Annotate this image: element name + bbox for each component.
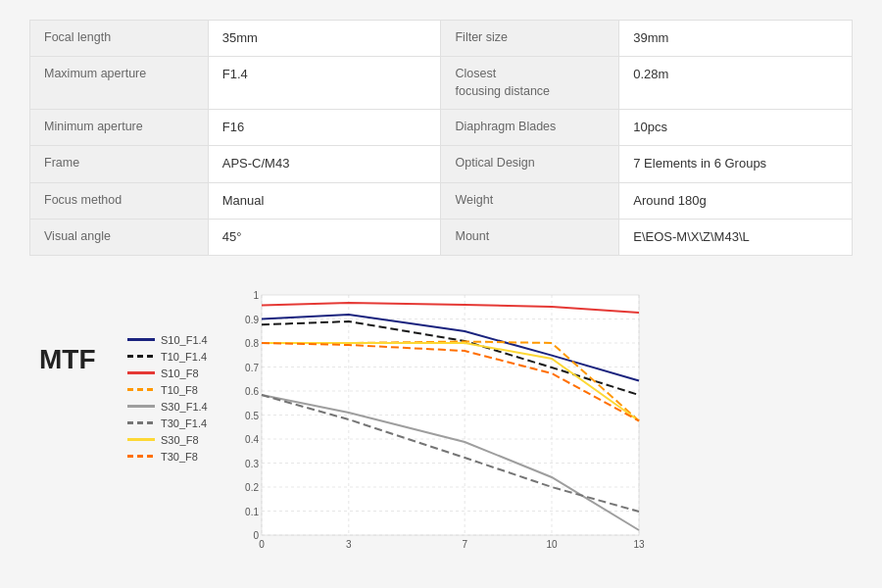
legend-item: T30_F8 bbox=[127, 451, 208, 463]
legend-label: T30_F1.4 bbox=[161, 417, 207, 429]
legend-label: S30_F1.4 bbox=[161, 401, 208, 413]
specs-row: Focal length35mmFilter size39mm bbox=[30, 21, 853, 57]
svg-text:0.1: 0.1 bbox=[245, 506, 259, 516]
specs-row: Minimum apertureF16Diaphragm Blades10pcs bbox=[30, 110, 853, 146]
spec-label: Focus method bbox=[30, 182, 209, 219]
spec-label: Minimum aperture bbox=[30, 110, 209, 146]
specs-row: Maximum apertureF1.4Closest focusing dis… bbox=[30, 57, 853, 110]
spec-value: 10pcs bbox=[619, 110, 853, 146]
svg-text:7: 7 bbox=[462, 539, 467, 550]
spec-label: Frame bbox=[30, 146, 209, 182]
spec-value: 45° bbox=[208, 219, 441, 255]
svg-text:0.3: 0.3 bbox=[245, 458, 259, 468]
spec-value: 7 Elements in 6 Groups bbox=[619, 146, 853, 182]
legend-item: S30_F8 bbox=[127, 434, 208, 446]
legend-item: S30_F1.4 bbox=[127, 401, 208, 413]
svg-text:0.2: 0.2 bbox=[245, 482, 259, 493]
spec-value: 39mm bbox=[619, 21, 853, 57]
svg-text:10: 10 bbox=[546, 539, 558, 550]
legend-line-icon bbox=[127, 371, 155, 374]
spec-label: Maximum aperture bbox=[30, 57, 209, 110]
spec-label: Weight bbox=[441, 182, 619, 219]
legend-item: T10_F8 bbox=[127, 384, 208, 396]
specs-row: Visual angle45°MountE\EOS-M\X\Z\M43\L bbox=[30, 219, 853, 255]
legend-label: S10_F8 bbox=[161, 368, 199, 379]
legend-label: T10_F1.4 bbox=[161, 351, 207, 363]
svg-text:0.7: 0.7 bbox=[245, 362, 259, 372]
mtf-chart-container: 0 0.1 0.2 0.3 0.4 0.5 0.6 0.7 0.8 0.9 1 bbox=[227, 285, 649, 560]
spec-value: 35mm bbox=[208, 21, 441, 57]
specs-table: Focal length35mmFilter size39mmMaximum a… bbox=[29, 20, 853, 256]
legend-line-icon bbox=[127, 338, 155, 341]
spec-value: F16 bbox=[208, 110, 441, 146]
legend-item: T30_F1.4 bbox=[127, 417, 208, 429]
legend-line-icon bbox=[127, 455, 155, 458]
legend-item: S10_F1.4 bbox=[127, 334, 208, 346]
spec-label: Closest focusing distance bbox=[441, 57, 619, 110]
legend-line-icon bbox=[127, 355, 155, 358]
spec-value: Manual bbox=[208, 182, 441, 219]
legend-line-icon bbox=[127, 405, 155, 408]
spec-value: F1.4 bbox=[208, 57, 441, 110]
svg-text:0.6: 0.6 bbox=[245, 386, 259, 397]
main-container: Focal length35mmFilter size39mmMaximum a… bbox=[0, 0, 882, 579]
legend-line-icon bbox=[127, 388, 155, 391]
mtf-title: MTF bbox=[39, 344, 98, 375]
spec-label: Visual angle bbox=[30, 219, 209, 255]
svg-text:1: 1 bbox=[253, 290, 259, 301]
mtf-section: MTF S10_F1.4T10_F1.4S10_F8T10_F8S30_F1.4… bbox=[29, 285, 853, 560]
spec-value: APS-C/M43 bbox=[208, 146, 441, 182]
spec-label: Filter size bbox=[441, 21, 619, 57]
svg-text:0: 0 bbox=[259, 539, 265, 550]
spec-value: 0.28m bbox=[619, 57, 853, 110]
legend-label: T30_F8 bbox=[161, 451, 198, 463]
svg-text:13: 13 bbox=[633, 539, 645, 550]
legend-item: T10_F1.4 bbox=[127, 351, 208, 363]
legend-label: T10_F8 bbox=[161, 384, 198, 396]
legend-label: S30_F8 bbox=[161, 434, 199, 446]
spec-label: Focal length bbox=[30, 21, 209, 57]
mtf-chart-svg: 0 0.1 0.2 0.3 0.4 0.5 0.6 0.7 0.8 0.9 1 bbox=[227, 285, 649, 560]
svg-text:0.8: 0.8 bbox=[245, 338, 259, 349]
legend-item: S10_F8 bbox=[127, 368, 208, 379]
spec-value: Around 180g bbox=[619, 182, 853, 219]
svg-text:0.9: 0.9 bbox=[245, 314, 259, 324]
spec-label: Mount bbox=[441, 219, 619, 255]
legend-label: S10_F1.4 bbox=[161, 334, 208, 346]
spec-value: E\EOS-M\X\Z\M43\L bbox=[619, 219, 853, 255]
mtf-legend: S10_F1.4T10_F1.4S10_F8T10_F8S30_F1.4T30_… bbox=[127, 334, 208, 467]
svg-text:0.4: 0.4 bbox=[245, 434, 259, 445]
specs-row: FrameAPS-C/M43Optical Design7 Elements i… bbox=[30, 146, 853, 182]
legend-line-icon bbox=[127, 438, 155, 441]
mtf-chart-area: 0 0.1 0.2 0.3 0.4 0.5 0.6 0.7 0.8 0.9 1 bbox=[227, 285, 843, 560]
spec-label: Diaphragm Blades bbox=[441, 110, 619, 146]
svg-text:0.5: 0.5 bbox=[245, 410, 259, 420]
legend-line-icon bbox=[127, 421, 155, 424]
specs-row: Focus methodManualWeightAround 180g bbox=[30, 182, 853, 219]
svg-text:3: 3 bbox=[346, 539, 352, 550]
spec-label: Optical Design bbox=[441, 146, 619, 182]
